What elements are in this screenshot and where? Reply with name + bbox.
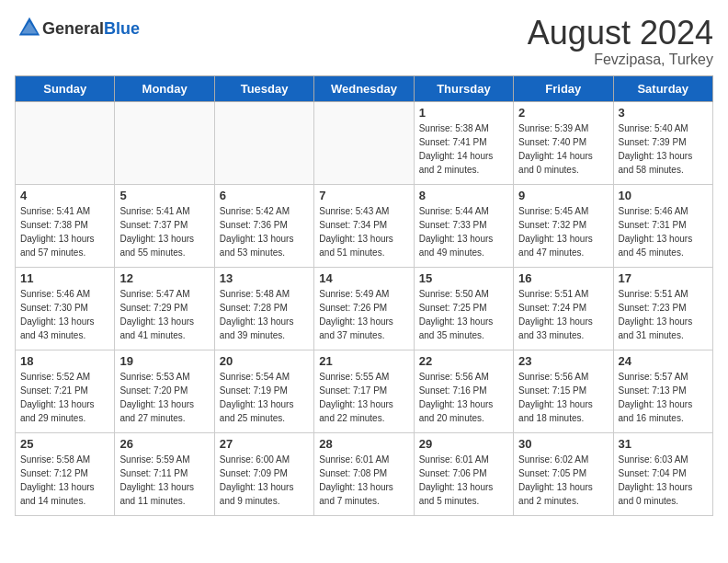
day-info: Sunrise: 5:55 AMSunset: 7:17 PMDaylight:…: [319, 370, 408, 425]
calendar-cell: 5Sunrise: 5:41 AMSunset: 7:37 PMDaylight…: [115, 184, 214, 267]
logo-blue-text: Blue: [104, 19, 140, 38]
day-number: 6: [220, 189, 309, 202]
calendar-subtitle: Fevzipasa, Turkey: [528, 52, 713, 68]
day-info: Sunrise: 6:03 AMSunset: 7:04 PMDaylight:…: [619, 453, 708, 508]
calendar-cell: 27Sunrise: 6:00 AMSunset: 7:09 PMDayligh…: [214, 432, 313, 515]
logo-icon: [17, 15, 42, 40]
day-info: Sunrise: 5:41 AMSunset: 7:38 PMDaylight:…: [20, 204, 109, 259]
day-header-monday: Monday: [115, 75, 214, 101]
day-number: 7: [319, 189, 408, 202]
day-number: 9: [518, 189, 608, 202]
day-info: Sunrise: 5:50 AMSunset: 7:25 PMDaylight:…: [419, 287, 508, 342]
day-number: 3: [619, 106, 708, 120]
day-number: 17: [619, 271, 708, 285]
calendar-cell: 4Sunrise: 5:41 AMSunset: 7:38 PMDaylight…: [16, 184, 115, 267]
calendar-week-row: 11Sunrise: 5:46 AMSunset: 7:30 PMDayligh…: [16, 267, 713, 350]
day-number: 13: [220, 271, 309, 285]
calendar-cell: 26Sunrise: 5:59 AMSunset: 7:11 PMDayligh…: [115, 432, 214, 515]
day-number: 14: [319, 271, 408, 285]
day-info: Sunrise: 5:43 AMSunset: 7:34 PMDaylight:…: [319, 204, 408, 259]
day-number: 24: [619, 354, 708, 368]
day-info: Sunrise: 5:51 AMSunset: 7:23 PMDaylight:…: [619, 287, 708, 342]
day-number: 19: [119, 354, 209, 368]
day-info: Sunrise: 5:59 AMSunset: 7:11 PMDaylight:…: [119, 453, 209, 508]
calendar-cell: 7Sunrise: 5:43 AMSunset: 7:34 PMDaylight…: [314, 184, 414, 267]
calendar-cell: 16Sunrise: 5:51 AMSunset: 7:24 PMDayligh…: [514, 267, 613, 350]
day-number: 29: [419, 437, 508, 451]
day-info: Sunrise: 5:45 AMSunset: 7:32 PMDaylight:…: [518, 204, 608, 259]
calendar-cell: 25Sunrise: 5:58 AMSunset: 7:12 PMDayligh…: [16, 432, 115, 515]
logo: GeneralBlue: [15, 15, 140, 44]
day-number: 26: [119, 437, 209, 451]
day-number: 4: [20, 189, 109, 202]
day-info: Sunrise: 5:56 AMSunset: 7:15 PMDaylight:…: [518, 370, 608, 425]
calendar-cell: 2Sunrise: 5:39 AMSunset: 7:40 PMDaylight…: [514, 101, 613, 184]
calendar-cell: 10Sunrise: 5:46 AMSunset: 7:31 PMDayligh…: [613, 184, 712, 267]
calendar-title: August 2024: [528, 15, 713, 52]
day-number: 21: [319, 354, 408, 368]
calendar-week-row: 25Sunrise: 5:58 AMSunset: 7:12 PMDayligh…: [16, 432, 713, 515]
day-info: Sunrise: 5:46 AMSunset: 7:30 PMDaylight:…: [20, 287, 109, 342]
day-number: 15: [419, 271, 508, 285]
calendar-cell: 14Sunrise: 5:49 AMSunset: 7:26 PMDayligh…: [314, 267, 414, 350]
calendar-cell: 12Sunrise: 5:47 AMSunset: 7:29 PMDayligh…: [115, 267, 214, 350]
logo-general-text: General: [42, 19, 104, 38]
day-info: Sunrise: 5:53 AMSunset: 7:20 PMDaylight:…: [119, 370, 209, 425]
day-number: 12: [119, 271, 209, 285]
day-info: Sunrise: 5:49 AMSunset: 7:26 PMDaylight:…: [319, 287, 408, 342]
calendar-week-row: 18Sunrise: 5:52 AMSunset: 7:21 PMDayligh…: [16, 350, 713, 432]
day-header-thursday: Thursday: [414, 75, 513, 101]
day-number: 30: [518, 437, 608, 451]
day-number: 25: [20, 437, 109, 451]
calendar-cell: 19Sunrise: 5:53 AMSunset: 7:20 PMDayligh…: [115, 350, 214, 432]
day-info: Sunrise: 5:44 AMSunset: 7:33 PMDaylight:…: [419, 204, 508, 259]
day-info: Sunrise: 6:01 AMSunset: 7:08 PMDaylight:…: [319, 453, 408, 508]
calendar-cell: 18Sunrise: 5:52 AMSunset: 7:21 PMDayligh…: [16, 350, 115, 432]
page-header: GeneralBlue August 2024 Fevzipasa, Turke…: [15, 15, 713, 68]
calendar-cell: 3Sunrise: 5:40 AMSunset: 7:39 PMDaylight…: [613, 101, 712, 184]
calendar-header-row: SundayMondayTuesdayWednesdayThursdayFrid…: [16, 75, 713, 101]
calendar-cell: 28Sunrise: 6:01 AMSunset: 7:08 PMDayligh…: [314, 432, 414, 515]
day-info: Sunrise: 6:00 AMSunset: 7:09 PMDaylight:…: [220, 453, 309, 508]
calendar-table: SundayMondayTuesdayWednesdayThursdayFrid…: [15, 75, 713, 516]
calendar-cell: 11Sunrise: 5:46 AMSunset: 7:30 PMDayligh…: [16, 267, 115, 350]
calendar-cell: 23Sunrise: 5:56 AMSunset: 7:15 PMDayligh…: [514, 350, 613, 432]
day-number: 20: [220, 354, 309, 368]
day-info: Sunrise: 5:38 AMSunset: 7:41 PMDaylight:…: [419, 121, 508, 177]
day-number: 10: [619, 189, 708, 202]
day-number: 1: [419, 106, 508, 120]
calendar-cell: 8Sunrise: 5:44 AMSunset: 7:33 PMDaylight…: [414, 184, 513, 267]
title-block: August 2024 Fevzipasa, Turkey: [528, 15, 713, 68]
day-info: Sunrise: 5:58 AMSunset: 7:12 PMDaylight:…: [20, 453, 109, 508]
day-number: 28: [319, 437, 408, 451]
day-info: Sunrise: 5:39 AMSunset: 7:40 PMDaylight:…: [518, 121, 608, 177]
day-number: 5: [119, 189, 209, 202]
calendar-cell: 13Sunrise: 5:48 AMSunset: 7:28 PMDayligh…: [214, 267, 313, 350]
day-number: 23: [518, 354, 608, 368]
day-header-saturday: Saturday: [613, 75, 712, 101]
calendar-cell: 30Sunrise: 6:02 AMSunset: 7:05 PMDayligh…: [514, 432, 613, 515]
calendar-week-row: 1Sunrise: 5:38 AMSunset: 7:41 PMDaylight…: [16, 101, 713, 184]
calendar-cell: 15Sunrise: 5:50 AMSunset: 7:25 PMDayligh…: [414, 267, 513, 350]
day-info: Sunrise: 5:46 AMSunset: 7:31 PMDaylight:…: [619, 204, 708, 259]
day-number: 27: [220, 437, 309, 451]
day-info: Sunrise: 5:52 AMSunset: 7:21 PMDaylight:…: [20, 370, 109, 425]
calendar-cell: 21Sunrise: 5:55 AMSunset: 7:17 PMDayligh…: [314, 350, 414, 432]
day-info: Sunrise: 5:41 AMSunset: 7:37 PMDaylight:…: [119, 204, 209, 259]
day-info: Sunrise: 6:01 AMSunset: 7:06 PMDaylight:…: [419, 453, 508, 508]
calendar-cell: [314, 101, 414, 184]
calendar-cell: 6Sunrise: 5:42 AMSunset: 7:36 PMDaylight…: [214, 184, 313, 267]
day-number: 11: [20, 271, 109, 285]
day-number: 18: [20, 354, 109, 368]
calendar-cell: 1Sunrise: 5:38 AMSunset: 7:41 PMDaylight…: [414, 101, 513, 184]
day-header-tuesday: Tuesday: [214, 75, 313, 101]
day-info: Sunrise: 5:57 AMSunset: 7:13 PMDaylight:…: [619, 370, 708, 425]
day-header-sunday: Sunday: [16, 75, 115, 101]
calendar-cell: 9Sunrise: 5:45 AMSunset: 7:32 PMDaylight…: [514, 184, 613, 267]
calendar-cell: 24Sunrise: 5:57 AMSunset: 7:13 PMDayligh…: [613, 350, 712, 432]
day-info: Sunrise: 5:42 AMSunset: 7:36 PMDaylight:…: [220, 204, 309, 259]
day-info: Sunrise: 5:54 AMSunset: 7:19 PMDaylight:…: [220, 370, 309, 425]
calendar-cell: [214, 101, 313, 184]
day-info: Sunrise: 5:47 AMSunset: 7:29 PMDaylight:…: [119, 287, 209, 342]
day-number: 22: [419, 354, 508, 368]
